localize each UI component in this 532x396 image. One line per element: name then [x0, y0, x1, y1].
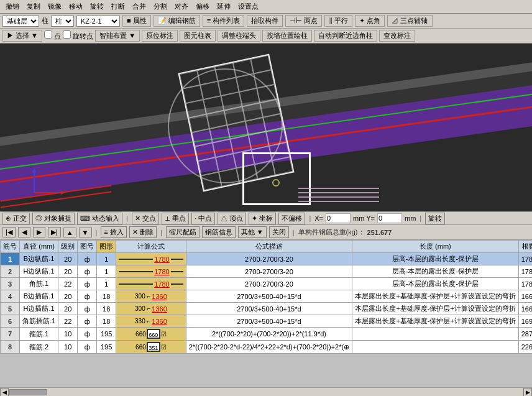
scroll-thumb[interactable]: [9, 389, 47, 395]
table-row[interactable]: 4 B边插筋.1 20 ф 18 300 ⌐ 1360 2700/3+500-4…: [1, 290, 533, 303]
select-btn[interactable]: ▶ 选择 ▼: [2, 30, 42, 42]
row-num: 3: [1, 278, 20, 290]
next-btn[interactable]: ▶: [33, 227, 45, 237]
miaoshu-cell: 层高-本层的露出长度-保护层: [352, 265, 519, 278]
dynamic-btn[interactable]: ⌨ 动态输入: [77, 213, 122, 224]
jiliu-cell: ф: [78, 253, 97, 265]
three-point-btn[interactable]: ⊿ 三点辅轴: [387, 15, 432, 27]
changdu-cell: 1660: [518, 290, 532, 303]
component-list-btn[interactable]: ≡ 构件列表: [203, 15, 244, 27]
tuhao-cell: 1: [97, 265, 116, 278]
jiliu-cell: ф: [78, 341, 97, 354]
extend-btn[interactable]: 延伸: [214, 1, 234, 12]
pick-btn[interactable]: 抬取构件: [247, 15, 283, 27]
tuhao-cell: 18: [97, 315, 116, 328]
setpoint-btn[interactable]: 设置点: [235, 1, 262, 12]
table-row[interactable]: 8 箍筋.2 10 ф 195 660 351 ☑ 2*((700-2*20-2…: [1, 341, 533, 354]
check-mark-btn[interactable]: 查改标注: [379, 30, 415, 42]
close-btn[interactable]: 关闭: [269, 226, 289, 238]
point-angle-btn[interactable]: ✦ 点角: [355, 15, 385, 27]
pink-line4: [298, 201, 379, 202]
rotate-check[interactable]: [63, 30, 71, 39]
noshift-btn[interactable]: 不偏移: [278, 213, 305, 224]
point-check[interactable]: [44, 30, 52, 39]
rebar-info-btn[interactable]: 钢筋信息: [202, 226, 236, 238]
undo-btn[interactable]: 撤销: [2, 1, 22, 12]
delete-btn[interactable]: ✕ 删除: [129, 226, 157, 238]
th-num: 筋号: [1, 241, 20, 253]
perpendicular-btn[interactable]: ⊥ 垂点: [162, 213, 189, 224]
last-btn[interactable]: ▶|: [48, 227, 61, 237]
type2-select[interactable]: 柱: [51, 16, 74, 27]
up-btn[interactable]: ▲: [63, 228, 76, 237]
horizontal-scrollbar[interactable]: ◀ ▶: [0, 387, 532, 396]
table-area[interactable]: 筋号 直径 (mm) 级别 图号 图形 计算公式 公式描述 长度 (mm) 根数…: [0, 240, 532, 387]
scroll-left-btn[interactable]: ◀: [0, 388, 9, 397]
miaoshu-cell: 层高-本层的露出长度-保护层: [352, 278, 519, 290]
scroll-track: [9, 389, 523, 395]
adjust-end-btn[interactable]: 调整柱端头: [218, 30, 260, 42]
copy-btn[interactable]: 复制: [24, 1, 44, 12]
jiliu-cell: ф: [78, 290, 97, 303]
vertex-btn[interactable]: △ 顶点: [218, 213, 246, 224]
property-btn[interactable]: ■ 属性: [122, 15, 151, 27]
intersect-btn[interactable]: ✕ 交点: [132, 213, 159, 224]
code-select[interactable]: KZ-2-1: [76, 16, 120, 27]
orthogonal-btn[interactable]: ⊕ 正交: [2, 213, 30, 224]
offset-btn[interactable]: 偏移: [193, 1, 213, 12]
table-row[interactable]: 6 角筋插筋.1 22 ф 18 330 ⌐ 1360 2700/3+500-4…: [1, 315, 533, 328]
changdu-cell: 1780: [518, 265, 532, 278]
snap-btn[interactable]: ◎ 对象捕捉: [32, 213, 75, 224]
table-body: 1 B边纵筋.1 20 ф 1 1780 2700-2700/3-20 层高-本…: [1, 253, 533, 354]
zhijing-cell: 20: [58, 265, 78, 278]
miaoshu-cell: 本层露出长度+基础厚度-保护层+计算设置设定的弯折: [352, 315, 519, 328]
tuxing-cell: 300 ⌐ 1360: [116, 290, 186, 303]
other-btn[interactable]: 其他 ▼: [238, 226, 267, 238]
break-btn[interactable]: 打断: [108, 1, 128, 12]
row-num: 1: [1, 253, 20, 265]
coord-btn[interactable]: ✦ 坐标: [249, 213, 276, 224]
nav-toolbar: |◀ ◀ ▶ ▶| ▲ ▼ | ≡ 插入 ✕ 删除 | 缩尺配筋 钢筋信息 其他…: [0, 225, 532, 240]
scale-rebar-btn[interactable]: 缩尺配筋: [166, 226, 200, 238]
layer-select[interactable]: 基础层: [2, 16, 39, 27]
table-row[interactable]: 7 箍筋.1 10 ф 195 660 660 ☑ 2*((700-2*20)+…: [1, 328, 533, 341]
jinju-cell: H边纵筋.1: [20, 265, 58, 278]
mirror-btn[interactable]: 镜像: [45, 1, 65, 12]
table-row[interactable]: 1 B边纵筋.1 20 ф 1 1780 2700-2700/3-20 层高-本…: [1, 253, 533, 265]
align-btn[interactable]: 对齐: [172, 1, 191, 12]
table-row[interactable]: 3 角筋.1 22 ф 1 1780 2700-2700/3-20 层高-本层的…: [1, 278, 533, 290]
original-mark-btn[interactable]: 原位标注: [142, 30, 178, 42]
wall-layout-btn[interactable]: 按墙位置绘柱: [262, 30, 312, 42]
auto-corner-btn[interactable]: 自动判断近边角柱: [314, 30, 377, 42]
parallel-btn[interactable]: ∥ 平行: [324, 15, 352, 27]
table-row[interactable]: 2 H边纵筋.1 20 ф 1 1780 2700-2700/3-20 层高-本…: [1, 265, 533, 278]
table-row[interactable]: 5 H边插筋.1 20 ф 18 300 ⌐ 1360 2700/3+500-4…: [1, 303, 533, 315]
tuhao-cell: 1: [97, 253, 116, 265]
edit-rebar-btn[interactable]: 📝 编辑钢筋: [154, 15, 200, 27]
merge-btn[interactable]: 合并: [129, 1, 149, 12]
layer-toolbar: 基础层 柱 柱 KZ-2-1 ■ 属性 📝 编辑钢筋 ≡ 构件列表 抬取构件 ⊣…: [0, 14, 532, 29]
svg-marker-1: [32, 168, 36, 172]
move-btn[interactable]: 移动: [66, 1, 86, 12]
tuxing-cell: 660 660 ☑: [116, 328, 186, 341]
y-input[interactable]: [377, 213, 402, 223]
down-btn[interactable]: ▼: [79, 228, 92, 237]
jinju-cell: 角筋.1: [20, 278, 58, 290]
rotate-status-btn[interactable]: 旋转: [425, 213, 445, 224]
tuhao-cell: 195: [97, 341, 116, 354]
jiliu-cell: ф: [78, 303, 97, 315]
split-btn[interactable]: 分割: [150, 1, 170, 12]
two-point-btn[interactable]: ⊣⊢ 两点: [285, 15, 322, 27]
jinju-cell: B边插筋.1: [20, 290, 58, 303]
prev-btn[interactable]: ◀: [18, 227, 30, 237]
midpoint-btn[interactable]: · 中点: [191, 213, 215, 224]
th-changdu: 长度 (mm): [352, 241, 519, 253]
table-header-row: 筋号 直径 (mm) 级别 图号 图形 计算公式 公式描述 长度 (mm) 根数: [1, 241, 533, 253]
smart-layout-btn[interactable]: 智能布置 ▼: [95, 30, 140, 42]
x-input[interactable]: [326, 213, 351, 223]
rotate-btn2[interactable]: 旋转: [87, 1, 107, 12]
insert-btn[interactable]: ≡ 插入: [101, 226, 126, 238]
scroll-right-btn[interactable]: ▶: [523, 388, 532, 397]
first-btn[interactable]: |◀: [2, 227, 16, 237]
column-table-btn[interactable]: 图元柱表: [180, 30, 216, 42]
